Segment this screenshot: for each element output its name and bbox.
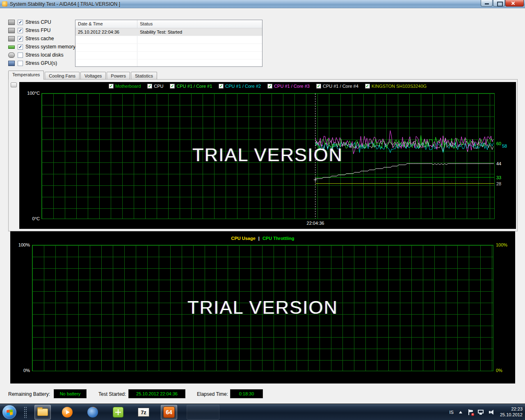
log-cell [75,36,137,43]
tab-statistics[interactable]: Statistics [131,72,157,80]
legend-checkbox[interactable]: ✓ [267,84,272,89]
legend-checkbox[interactable]: ✓ [316,84,321,89]
minimize-button[interactable] [481,0,493,7]
stress-option-row[interactable]: ✓Stress CPU [8,19,75,25]
firefox-icon [87,407,98,418]
log-cell [137,59,262,67]
log-row-empty [75,52,262,59]
taskbar-clock[interactable]: 22:23 25.10.2012 [500,406,523,418]
sevenzip-taskbar-button[interactable]: 7z [135,405,152,420]
aida64-app-icon [2,1,7,7]
log-table-rows: 25.10.2012 22:04:36Stability Test: Start… [75,28,262,67]
maximize-button[interactable] [493,0,505,7]
stress-option-label: Stress system memory [25,44,75,50]
legend-label: CPU #1 / Core #1 [176,84,212,89]
legend-item[interactable]: ✓KINGSTON SH103S3240G [365,84,427,89]
stress-option-label: Stress cache [25,36,54,41]
close-button[interactable] [505,0,524,7]
legend-item[interactable]: ✓CPU #1 / Core #3 [267,84,310,89]
language-indicator[interactable]: IS [450,410,454,415]
tray-expand-icon[interactable] [458,410,463,415]
log-cell [75,59,137,67]
alert-badge-icon: ✕ [471,413,474,416]
legend-label: CPU [154,84,163,89]
log-row-empty [75,59,262,67]
log-row-empty [75,36,262,44]
start-button[interactable] [2,405,16,419]
network-screen [478,410,484,413]
clock-date: 25.10.2012 [500,412,523,418]
stress-checkbox[interactable] [18,61,23,66]
stress-option-row[interactable]: Stress local disks [8,52,75,58]
explorer-taskbar-button[interactable] [34,405,51,420]
taskbar-grip [24,406,27,418]
log-cell [137,44,262,51]
usage-left-min-label: 0% [14,368,30,373]
stress-checkbox[interactable]: ✓ [18,44,23,50]
log-column-header: Date & Time [75,20,137,28]
action-center-flag-icon[interactable]: ✕ [468,409,473,415]
flag-pole [468,409,469,415]
usage-right-max-label: 100% [496,242,507,247]
tab-voltages[interactable]: Voltages [80,72,106,80]
log-cell-status: Stability Test: Started [137,28,262,36]
stress-checkbox[interactable]: ✓ [18,36,23,41]
volume-cone [490,410,493,415]
elapsed-time-value: 0:18:30 [230,389,263,398]
tab-temperatures[interactable]: Temperatures [8,71,44,80]
y-axis-min-label: 0°C [21,216,40,221]
legend-item[interactable]: ✓CPU [147,84,163,89]
tab-cooling-fans[interactable]: Cooling Fans [45,72,80,80]
legend-item[interactable]: ✓CPU #1 / Core #4 [316,84,358,89]
media-player-icon [62,407,73,418]
media-player-taskbar-button[interactable] [59,405,75,420]
legend-checkbox[interactable]: ✓ [109,84,114,89]
temperature-trace [315,164,494,179]
green-app-taskbar-button[interactable] [110,405,126,420]
firefox-taskbar-button[interactable] [84,405,101,420]
legend-checkbox[interactable]: ✓ [170,84,175,89]
stress-checkbox[interactable]: ✓ [18,20,23,25]
legend-label: CPU #1 / Core #4 [323,84,358,89]
legend-checkbox[interactable]: ✓ [147,84,152,89]
scale-slider-thumb[interactable] [11,82,17,87]
system-tray: IS ✕ 22:23 25.10.2012 [450,404,523,420]
clock-time: 22:23 [511,406,523,412]
stress-options-list: ✓Stress CPU✓Stress FPU✓Stress cache✓Stre… [8,19,75,68]
legend-checkbox[interactable]: ✓ [219,84,224,89]
usage-left-max-label: 100% [14,242,30,247]
stress-option-label: Stress CPU [25,19,51,25]
test-started-label: Test Started: [98,391,126,397]
stress-option-label: Stress GPU(s) [25,60,57,66]
tab-powers[interactable]: Powers [107,72,130,80]
stress-option-row[interactable]: ✓Stress cache [8,35,75,42]
aida64-taskbar-button[interactable]: 64 [161,405,177,420]
ghost-taskbar-button[interactable] [187,405,219,420]
disk-icon [8,52,15,58]
status-bar: Remaining Battery: No battery Test Start… [0,383,525,404]
stress-option-row[interactable]: ✓Stress system memory [8,43,75,50]
log-row[interactable]: 25.10.2012 22:04:36Stability Test: Start… [75,28,262,36]
temp-value-label: 28 [496,181,509,186]
legend-checkbox[interactable]: ✓ [365,84,370,89]
scale-slider[interactable] [11,82,17,228]
legend-label: CPU #1 / Core #3 [274,84,310,89]
memory-icon [8,46,15,49]
log-cell [137,36,262,43]
usage-right-min-label: 0% [496,368,502,373]
window-controls [480,0,524,7]
temperatures-panel: ✓Motherboard✓CPU✓CPU #1 / Core #1✓CPU #1… [8,79,518,231]
taskbar: 7z 64 IS ✕ 22:23 25.10.2012 [0,404,525,420]
temperature-chart: ✓Motherboard✓CPU✓CPU #1 / Core #1✓CPU #1… [19,82,516,229]
legend-item[interactable]: ✓CPU #1 / Core #2 [219,84,261,89]
legend-item[interactable]: ✓Motherboard [109,84,141,89]
log-cell [75,44,137,51]
stress-option-row[interactable]: ✓Stress FPU [8,27,75,34]
green-grid-cross [115,409,121,415]
stress-checkbox[interactable] [18,52,23,58]
network-status-icon[interactable] [478,410,484,415]
legend-item[interactable]: ✓CPU #1 / Core #1 [170,84,212,89]
volume-icon[interactable] [489,410,495,415]
stress-checkbox[interactable]: ✓ [18,28,23,33]
stress-option-row[interactable]: Stress GPU(s) [8,60,75,66]
